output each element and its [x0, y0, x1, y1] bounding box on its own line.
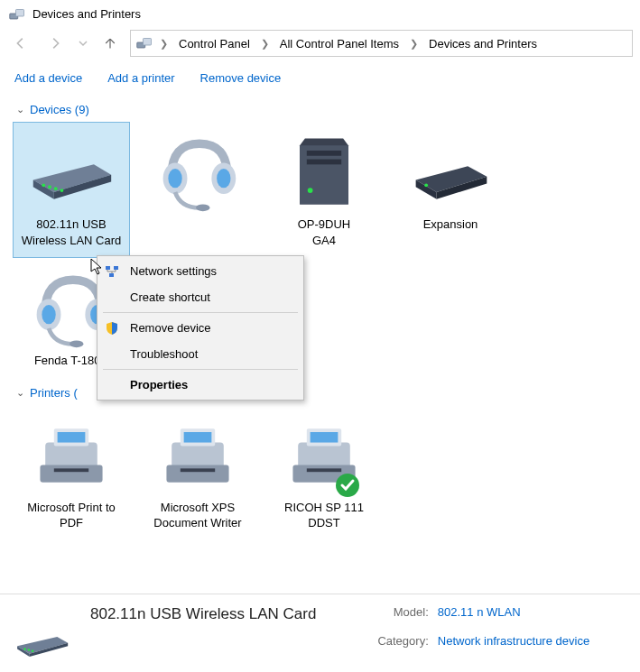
printer-icon — [28, 411, 115, 498]
add-printer-link[interactable]: Add a printer — [107, 71, 174, 85]
window-title: Devices and Printers — [32, 7, 141, 21]
drive-icon — [407, 128, 494, 215]
details-pane: 802.11n USB Wireless LAN Card Model:802.… — [0, 594, 640, 672]
device-label: Microsoft Print to PDF — [17, 500, 125, 531]
printer-icon — [281, 411, 367, 498]
device-label: Expansion — [423, 216, 478, 233]
chevron-down-icon: ⌄ — [16, 104, 24, 115]
context-menu: Network settingsCreate shortcutRemove de… — [97, 255, 304, 400]
details-value: 802.11 n WLAN — [438, 605, 589, 631]
svg-point-11 — [23, 648, 26, 650]
details-device-name: 802.11n USB Wireless LAN Card — [90, 605, 316, 623]
svg-rect-1 — [16, 9, 24, 16]
context-menu-label: Remove device — [130, 321, 211, 335]
modem-icon — [28, 128, 115, 215]
printer-icon — [154, 411, 241, 498]
device-label: RICOH SP 111 DDST — [270, 500, 378, 531]
printer-item[interactable]: RICOH SP 111 DDST — [265, 405, 383, 541]
mouse-cursor — [90, 258, 105, 279]
breadcrumb-part[interactable]: All Control Panel Items — [276, 35, 403, 52]
devices-printers-icon — [9, 8, 25, 21]
headset-icon — [154, 128, 241, 215]
context-menu-separator — [103, 369, 298, 370]
context-menu-label: Create shortcut — [130, 290, 210, 304]
group-count: 9 — [79, 103, 85, 116]
context-menu-label: Properties — [130, 378, 188, 391]
context-menu-label: Troubleshoot — [130, 347, 198, 361]
chevron-right-icon: ❯ — [259, 38, 271, 50]
navbar: ❯ Control Panel ❯ All Control Panel Item… — [0, 26, 640, 62]
context-menu-label: Network settings — [130, 264, 217, 278]
details-key: Category: — [377, 634, 428, 659]
printers-grid: Microsoft Print to PDFMicrosoft XPS Docu… — [9, 405, 631, 541]
chevron-right-icon: ❯ — [158, 38, 170, 50]
chevron-right-icon: ❯ — [408, 38, 420, 50]
forward-button[interactable] — [42, 31, 69, 56]
context-menu-item[interactable]: Create shortcut — [97, 284, 303, 310]
device-label: 802.11n USB Wireless LAN Card — [17, 216, 125, 248]
group-header-devices[interactable]: ⌄ Devices (9) — [16, 99, 631, 122]
command-bar: Add a device Add a printer Remove device — [0, 62, 640, 96]
devices-printers-icon — [136, 37, 153, 50]
device-item[interactable]: OP-9DUHGA4 — [265, 122, 383, 258]
pc-tower-icon — [281, 128, 367, 215]
group-count-partial: ( — [73, 386, 77, 400]
chevron-down-icon: ⌄ — [16, 387, 24, 399]
breadcrumb-part[interactable]: Control Panel — [175, 35, 254, 52]
svg-point-12 — [28, 649, 31, 651]
context-menu-item[interactable]: Properties — [97, 372, 303, 398]
svg-rect-5 — [106, 266, 110, 270]
printer-item[interactable]: Microsoft XPS Document Writer — [139, 405, 256, 541]
group-label: Printers — [30, 386, 70, 400]
breadcrumb-part[interactable]: Devices and Printers — [425, 35, 541, 52]
add-device-link[interactable]: Add a device — [14, 71, 82, 85]
network-icon — [105, 264, 119, 279]
up-button[interactable] — [97, 31, 123, 56]
device-label: Microsoft XPS Document Writer — [144, 500, 252, 531]
printer-item[interactable]: Microsoft Print to PDF — [13, 405, 130, 541]
default-check-icon — [335, 473, 360, 498]
svg-rect-6 — [114, 266, 118, 270]
context-menu-item[interactable]: Remove device — [97, 315, 303, 341]
recent-locations-button[interactable] — [76, 39, 90, 48]
context-menu-item[interactable]: Troubleshoot — [97, 341, 303, 367]
shield-icon — [105, 321, 119, 336]
back-button[interactable] — [7, 31, 34, 56]
titlebar: Devices and Printers — [0, 0, 640, 26]
device-item[interactable]: Expansion — [392, 122, 509, 258]
remove-device-link[interactable]: Remove device — [200, 71, 282, 85]
modem-icon — [13, 605, 74, 659]
details-key: Model: — [377, 605, 428, 631]
context-menu-item[interactable]: Network settings — [97, 258, 303, 284]
device-label: OP-9DUHGA4 — [298, 216, 351, 248]
svg-rect-7 — [109, 273, 114, 277]
device-item[interactable]: 802.11n USB Wireless LAN Card — [13, 122, 130, 258]
address-bar[interactable]: ❯ Control Panel ❯ All Control Panel Item… — [130, 30, 633, 57]
svg-point-13 — [32, 649, 34, 652]
svg-rect-3 — [144, 39, 152, 46]
context-menu-separator — [103, 312, 298, 313]
device-item[interactable] — [139, 122, 256, 258]
details-value: Network infrastructure device — [438, 634, 589, 659]
group-label: Devices — [30, 103, 71, 116]
